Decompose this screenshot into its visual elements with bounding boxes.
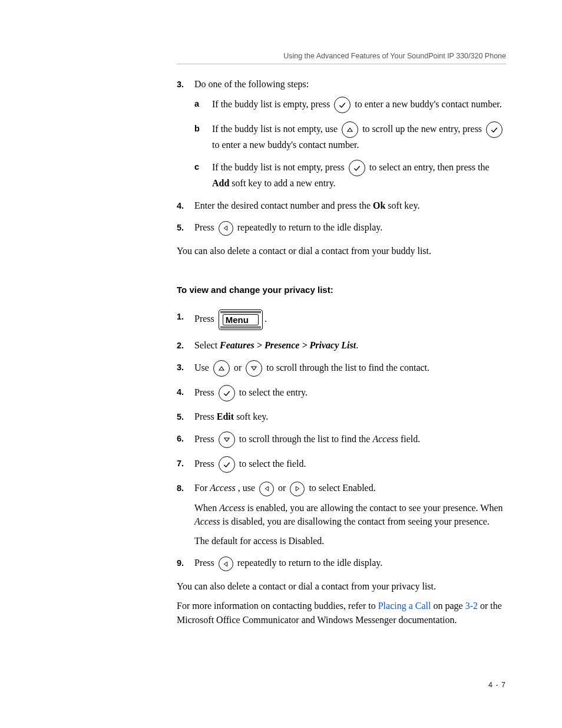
trailing-p2: For more information on contacting buddi… <box>177 599 506 626</box>
step-3a: If the buddy list is empty, press to ent… <box>194 97 506 113</box>
p2-step-8-mid1: , use <box>238 483 257 493</box>
p2-step-9-pre: Press <box>194 558 217 568</box>
step-4-pre: Enter the desired contact number and pre… <box>194 200 373 210</box>
menu-path: Features > Presence > Privacy List <box>220 340 356 350</box>
p2-step-8-para2: The default for access is Disabled. <box>194 534 506 548</box>
menu-key-label: Menu <box>223 314 259 325</box>
p2-step-5-pre: Press <box>194 411 217 421</box>
page-3-2-link[interactable]: 3-2 <box>465 601 478 611</box>
p2-step-5-post: soft key. <box>236 411 268 421</box>
step-3a-text-post: to enter a new buddy's contact number. <box>355 99 501 109</box>
trailing-p2-pre: For more information on contacting buddi… <box>177 601 378 611</box>
p2-step-6-mid: to scroll through the list to find the <box>239 434 373 444</box>
access-field-label-2: Access <box>210 483 236 493</box>
p2-step-9-post: repeatedly to return to the idle display… <box>237 558 382 568</box>
triangle-right-icon <box>290 482 305 496</box>
step-4-post: soft key. <box>388 200 419 210</box>
p2-step-2-post: . <box>356 340 358 350</box>
p2-step-6: Press to scroll through the list to find… <box>177 431 506 448</box>
add-softkey-label: Add <box>212 178 229 188</box>
privacy-list-subhead: To view and change your privacy list: <box>177 284 506 297</box>
p2-step-4-post: to select the entry. <box>239 387 308 397</box>
step-5-pre: Press <box>194 222 217 232</box>
p2-step-2-pre: Select <box>194 340 220 350</box>
p2-step-3: Use or to scroll through the list to fin… <box>177 360 506 377</box>
p2-step-8-para1-mid: is enabled, you are allowing the contact… <box>247 503 503 513</box>
p2-step-9: Press repeatedly to return to the idle d… <box>177 556 506 571</box>
p2-step-8-mid2: or <box>278 483 288 493</box>
menu-key-icon: Menu <box>219 309 263 330</box>
p2-step-3-pre: Use <box>194 363 211 373</box>
p2-step-8: For Access , use or to select Enabled. W… <box>177 481 506 548</box>
p2-step-6-pre: Press <box>194 434 217 444</box>
step-5-post: repeatedly to return to the idle display… <box>237 222 382 232</box>
step-3b-text-pre: If the buddy list is not empty, use <box>212 124 340 134</box>
step-3a-text-pre: If the buddy list is empty, press <box>212 99 332 109</box>
step-3-intro: Do one of the following steps: <box>194 79 309 89</box>
p2-step-8-para1-pre: When <box>194 503 219 513</box>
trailing-p2-mid: on page <box>433 601 465 611</box>
check-icon <box>219 456 235 473</box>
p2-step-6-post: field. <box>401 434 420 444</box>
p2-step-5: Press Edit soft key. <box>177 410 506 423</box>
triangle-down-icon <box>246 360 262 377</box>
page-footer: 4 - 7 <box>177 680 506 690</box>
ok-softkey-label: Ok <box>373 200 385 210</box>
p2-step-3-post: to scroll through the list to find the c… <box>266 363 429 373</box>
p2-step-4-pre: Press <box>194 387 217 397</box>
trailing-p1: You can also delete a contact or dial a … <box>177 579 506 593</box>
access-field-label-3: Access <box>219 503 245 513</box>
p2-step-1-pre: Press <box>194 314 217 324</box>
header-rule <box>177 64 506 64</box>
step-3c-text-post: soft key to add a new entry. <box>232 178 335 188</box>
step-3c-text-pre: If the buddy list is not empty, press <box>212 162 347 172</box>
p2-step-4: Press to select the entry. <box>177 385 506 401</box>
triangle-up-icon <box>342 121 358 138</box>
p2-step-8-pre: For <box>194 483 210 493</box>
placing-a-call-link[interactable]: Placing a Call <box>378 601 431 611</box>
triangle-left-icon <box>259 482 274 496</box>
check-icon <box>334 97 351 113</box>
step-3c: If the buddy list is not empty, press to… <box>194 160 506 190</box>
p2-step-3-mid: or <box>234 363 244 373</box>
p2-step-1-post: . <box>265 314 267 324</box>
access-field-label: Access <box>372 434 398 444</box>
p2-step-2: Select Features > Presence > Privacy Lis… <box>177 338 506 352</box>
p2-step-8-para1-post: is disabled, you are disallowing the con… <box>223 516 490 526</box>
check-icon <box>349 160 365 176</box>
step-3b-text-post: to enter a new buddy's contact number. <box>212 140 359 150</box>
triangle-down-icon <box>219 431 235 448</box>
edit-softkey-label: Edit <box>217 411 234 421</box>
page-content: Do one of the following steps: If the bu… <box>177 77 506 690</box>
after-steps-text: You can also delete a contact or dial a … <box>177 244 506 258</box>
p2-step-8-post: to select Enabled. <box>309 483 375 493</box>
p2-step-7-post: to select the field. <box>239 459 306 469</box>
step-3c-text-mid: to select an entry, then press the <box>369 162 490 172</box>
check-icon <box>486 121 503 138</box>
triangle-left-icon <box>219 556 233 571</box>
running-header: Using the Advanced Features of Your Soun… <box>177 52 506 64</box>
step-5: Press repeatedly to return to the idle d… <box>177 220 506 236</box>
triangle-up-icon <box>213 360 230 377</box>
p2-step-7: Press to select the field. <box>177 456 506 473</box>
p2-step-7-pre: Press <box>194 459 217 469</box>
step-3b: If the buddy list is not empty, use to s… <box>194 121 506 151</box>
triangle-left-icon <box>219 221 233 236</box>
step-3: Do one of the following steps: If the bu… <box>177 77 506 190</box>
p2-step-1: Press Menu . <box>177 309 506 330</box>
check-icon <box>219 385 235 401</box>
step-3b-text-mid: to scroll up the new entry, press <box>362 124 484 134</box>
access-field-label-4: Access <box>194 516 220 526</box>
step-4: Enter the desired contact number and pre… <box>177 199 506 212</box>
